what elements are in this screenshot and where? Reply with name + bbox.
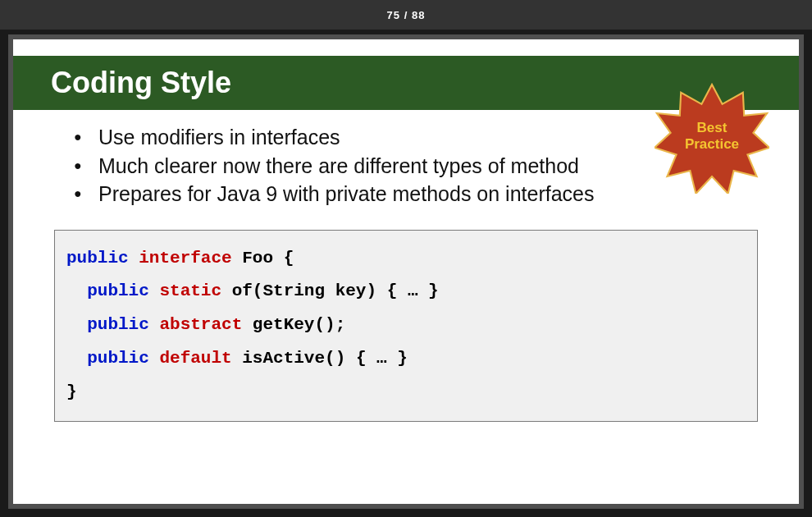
slide-title: Coding Style — [51, 66, 231, 99]
slide-frame-outer: Coding Style Best Practice Use modifiers… — [8, 34, 804, 509]
code-text: of(String key) { … } — [221, 281, 439, 300]
code-keyword-abstract: abstract — [149, 315, 242, 334]
viewer-top-bar: 75 / 88 — [0, 0, 812, 30]
badge-line2: Practice — [685, 136, 739, 152]
best-practice-badge: Best Practice — [655, 79, 769, 194]
code-text: } — [66, 382, 77, 401]
code-text: isActive() { … } — [232, 349, 408, 368]
badge-line1: Best — [697, 120, 728, 135]
bullet-item: Much clearer now there are different typ… — [74, 152, 750, 181]
code-keyword-public: public — [66, 315, 149, 334]
bullet-item: Use modifiers in interfaces — [74, 123, 750, 152]
page-counter: 75 / 88 — [387, 9, 426, 21]
bullet-item: Prepares for Java 9 with private methods… — [74, 180, 750, 208]
badge-text: Best Practice — [685, 120, 739, 152]
code-text: Foo { — [232, 249, 294, 268]
bullet-list: Use modifiers in interfaces Much clearer… — [74, 123, 750, 208]
slide-frame-inner: Coding Style Best Practice Use modifiers… — [13, 39, 799, 504]
code-keyword-public: public — [66, 281, 149, 300]
code-text: getKey(); — [242, 315, 345, 334]
code-keyword-default: default — [149, 349, 232, 368]
code-block: public interface Foo { public static of(… — [54, 230, 758, 423]
code-keyword-static: static — [149, 281, 221, 300]
code-keyword-interface: interface — [129, 249, 232, 268]
code-keyword-public: public — [66, 249, 129, 268]
code-keyword-public: public — [66, 349, 149, 368]
